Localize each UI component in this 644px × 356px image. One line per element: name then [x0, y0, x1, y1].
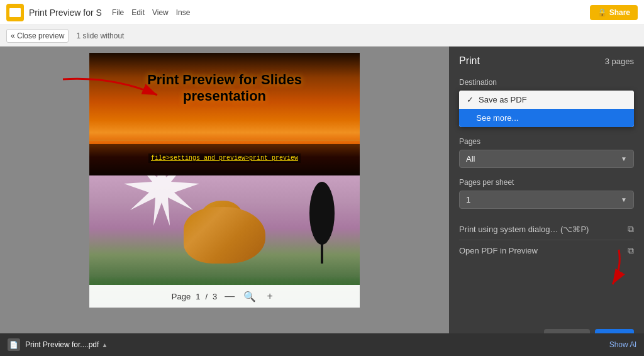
print-header: Print 3 pages [449, 47, 644, 73]
slide-preview: Print Preview for Slides presentation fi… [89, 53, 360, 308]
open-pdf-label: Open PDF in Preview [459, 246, 538, 255]
external-link-icon-2: ⧉ [628, 245, 634, 256]
bottom-bar: 📄 Print Preview for....pdf ▲ Show Al [0, 333, 644, 356]
dest-see-more-spacer [467, 113, 471, 123]
dog-body [184, 207, 265, 264]
destination-label: Destination [459, 78, 634, 87]
download-chevron-icon[interactable]: ▲ [101, 342, 108, 348]
pages-label: Pages [459, 137, 634, 146]
zoom-in-button[interactable]: + [262, 289, 277, 304]
pages-value: All [466, 154, 475, 164]
destination-menu[interactable]: ✓ Save as PDF See more... [459, 91, 634, 127]
app-title: Print Preview for S [29, 8, 102, 18]
pps-arrow-icon: ▼ [621, 196, 627, 203]
pages-arrow-icon: ▼ [621, 155, 627, 162]
print-panel: Print 3 pages Destination ✓ Save as PDF [449, 47, 644, 356]
menu-view[interactable]: View [152, 8, 169, 17]
pages-select[interactable]: All ▼ [459, 150, 634, 168]
page-label: Page [172, 292, 191, 301]
tree-icon [303, 182, 341, 264]
slide-horizon-line [89, 140, 360, 141]
system-dialog-row[interactable]: Print using system dialog… (⌥⌘P) ⧉ [459, 219, 634, 240]
top-bar-right: 🔒 Share [590, 5, 638, 20]
close-preview-button[interactable]: « Close preview [6, 29, 69, 43]
destination-row: Destination ✓ Save as PDF See more... [459, 78, 634, 87]
slide-title-line1: Print Preview for Slides [89, 72, 360, 88]
zoom-search-button[interactable]: 🔍 [242, 289, 257, 304]
preview-panel: Print Preview for Slides presentation fi… [0, 47, 449, 356]
pagination-bar: Page 1 / 3 — 🔍 + [89, 285, 360, 308]
slide-title: Print Preview for Slides presentation [89, 72, 360, 105]
slide-title-line2: presentation [89, 88, 360, 104]
download-file-name: Print Preview for....pdf [25, 340, 99, 349]
svg-point-2 [309, 182, 335, 245]
dog-area [162, 188, 287, 282]
download-file-icon: 📄 [8, 338, 20, 351]
dest-save-as-pdf[interactable]: ✓ Save as PDF [459, 91, 634, 109]
top-bar: Print Preview for S File Edit View Inse … [0, 0, 644, 25]
check-mark-icon: ✓ [467, 95, 474, 104]
share-label: Share [609, 8, 630, 17]
external-link-icon-1: ⧉ [628, 224, 634, 235]
dest-see-more[interactable]: See more... [459, 109, 634, 127]
menu-file[interactable]: File [112, 8, 124, 17]
open-pdf-row[interactable]: Open PDF in Preview ⧉ [459, 240, 634, 261]
system-dialog-label: Print using system dialog… (⌥⌘P) [459, 225, 589, 234]
slide-top: Print Preview for Slides presentation fi… [89, 53, 360, 175]
show-all-button[interactable]: Show Al [609, 340, 636, 349]
slide-nav-text: file>settings and preview>print preview [148, 153, 301, 163]
menu-bar: File Edit View Inse [112, 8, 191, 17]
pages-per-sheet-select[interactable]: 1 ▼ [459, 191, 634, 209]
pages-row: Pages All ▼ [459, 137, 634, 168]
page-total: 3 [213, 292, 217, 301]
menu-insert[interactable]: Inse [176, 8, 191, 17]
pages-per-sheet-label: Pages per sheet [459, 178, 634, 187]
slides-logo [9, 8, 21, 17]
zoom-out-button[interactable]: — [222, 289, 237, 304]
page-separator: / [205, 292, 208, 301]
pages-per-sheet-value: 1 [466, 195, 470, 204]
app-icon [6, 4, 24, 21]
pages-per-sheet-row: Pages per sheet 1 ▼ [459, 178, 634, 209]
main-area: Print Preview for Slides presentation fi… [0, 47, 644, 356]
pages-count: 3 pages [605, 57, 634, 66]
slide-info: 1 slide without [76, 31, 124, 40]
dest-see-more-label: See more... [476, 113, 518, 123]
dest-save-pdf-label: Save as PDF [479, 95, 527, 104]
print-title: Print [459, 55, 480, 67]
print-body: Destination ✓ Save as PDF See more... [449, 73, 644, 321]
second-bar: « Close preview 1 slide without [0, 25, 644, 47]
menu-edit[interactable]: Edit [131, 8, 145, 17]
page-current: 1 [196, 292, 200, 301]
share-button[interactable]: 🔒 Share [590, 5, 638, 20]
lock-icon: 🔒 [597, 8, 607, 17]
